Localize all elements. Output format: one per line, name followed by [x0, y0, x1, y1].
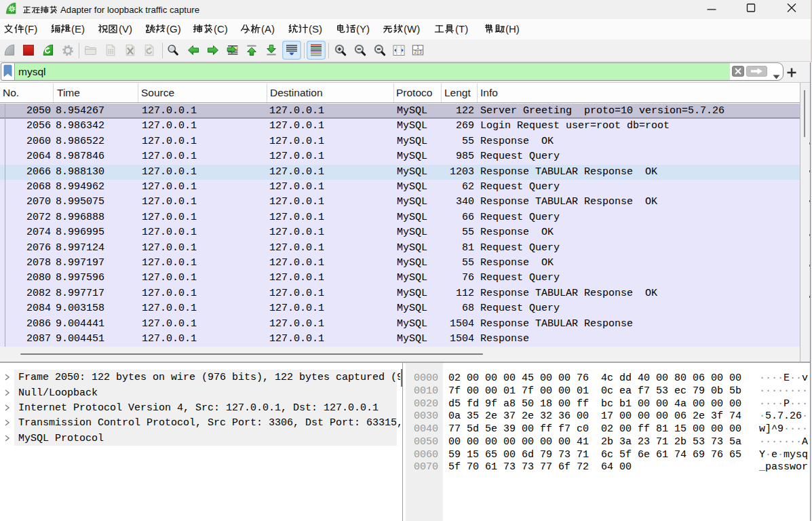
svg-text:3: 3: [419, 50, 422, 54]
svg-text:2: 2: [414, 50, 417, 54]
svg-text:1: 1: [417, 45, 419, 50]
